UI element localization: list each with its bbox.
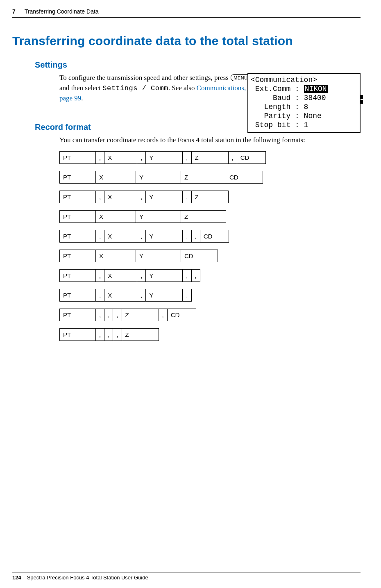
format-cell: , <box>183 191 191 203</box>
format-row: PT,,,Z <box>59 328 159 341</box>
lcd-row: Parity : None <box>251 111 357 120</box>
format-row: PT,X,Y,, <box>59 269 200 282</box>
header-rule <box>12 17 361 18</box>
format-cell: , <box>191 230 200 242</box>
format-cell: Y <box>146 191 183 203</box>
settings-text-2: and then select <box>59 84 102 92</box>
lcd-title: <Communication> <box>251 75 357 84</box>
format-cell: CD <box>181 250 218 262</box>
format-cell: CD <box>226 171 263 183</box>
format-row: PT,X,Y,Z <box>59 191 229 203</box>
format-cell: , <box>183 151 191 163</box>
format-cell: X <box>104 269 137 282</box>
format-cell: X <box>104 191 137 203</box>
format-cell: Z <box>181 171 226 183</box>
format-cell: Z <box>191 191 228 203</box>
format-cell: Y <box>136 171 181 183</box>
format-cell: X <box>96 250 136 262</box>
format-cell: Y <box>136 250 181 262</box>
chapter-number: 7 <box>12 8 16 15</box>
format-row: PTXYZCD <box>59 171 263 184</box>
settings-heading: Settings <box>35 60 361 70</box>
format-cell: Z <box>122 309 159 321</box>
format-tables: PT,X,Y,Z,CDPTXYZCDPT,X,Y,ZPTXYZPT,X,Y,,C… <box>59 151 361 341</box>
lcd-row: Stop bit : 1 <box>251 120 357 129</box>
settings-paragraph: To configure the transmission speed and … <box>59 73 260 104</box>
format-cell: , <box>96 151 104 163</box>
format-cell: , <box>104 328 113 341</box>
format-cell: PT <box>60 230 96 242</box>
format-cell: , <box>183 289 191 301</box>
format-cell: PT <box>60 191 96 203</box>
settings-path: Settings / Comm <box>102 84 168 92</box>
format-cell: Y <box>146 269 183 282</box>
lcd-row: Ext.Comm : NIKON <box>251 84 357 93</box>
format-cell: CD <box>200 230 229 242</box>
format-cell: PT <box>60 289 96 301</box>
format-cell: , <box>191 269 200 282</box>
format-cell: , <box>183 230 191 242</box>
format-cell: X <box>96 210 136 222</box>
format-cell: X <box>104 230 137 242</box>
book-title: Spectra Precision Focus 4 Total Station … <box>27 574 148 581</box>
lcd-battery-icon <box>361 95 363 105</box>
format-cell: Y <box>146 289 183 301</box>
format-row: PT,X,Y, <box>59 289 192 302</box>
format-row: PTXYZ <box>59 210 226 223</box>
format-cell: , <box>228 151 237 163</box>
format-cell: X <box>96 171 136 183</box>
format-cell: PT <box>60 309 96 321</box>
format-cell: , <box>137 191 146 203</box>
format-row: PT,,,Z,CD <box>59 309 196 321</box>
format-cell: PT <box>60 210 96 222</box>
format-cell: , <box>137 269 146 282</box>
format-cell: PT <box>60 328 96 341</box>
format-cell: , <box>104 309 113 321</box>
format-cell: , <box>96 269 104 282</box>
format-cell: PT <box>60 250 96 262</box>
format-cell: Z <box>122 328 159 341</box>
format-cell: , <box>137 289 146 301</box>
format-cell: X <box>104 289 137 301</box>
format-cell: PT <box>60 269 96 282</box>
running-header: 7Transferring Coordinate Data <box>12 8 361 19</box>
format-cell: Y <box>146 151 183 163</box>
format-cell: , <box>113 309 122 321</box>
format-cell: PT <box>60 151 96 163</box>
format-row: PT,X,Y,Z,CD <box>59 151 266 164</box>
section-title: Transferring coordinate data to the tota… <box>12 34 361 48</box>
format-cell: Z <box>181 210 226 222</box>
format-cell: , <box>96 230 104 242</box>
format-cell: , <box>137 151 146 163</box>
footer: 124Spectra Precision Focus 4 Total Stati… <box>12 572 361 581</box>
page-number: 124 <box>12 574 21 581</box>
settings-text-1: To configure the transmission speed and … <box>59 74 230 82</box>
settings-text-4: . <box>81 94 83 102</box>
format-cell: Z <box>191 151 228 163</box>
format-cell: , <box>183 269 191 282</box>
lcd-row: Length : 8 <box>251 102 357 111</box>
format-cell: , <box>96 191 104 203</box>
format-cell: PT <box>60 171 96 183</box>
format-row: PT,X,Y,,CD <box>59 230 229 243</box>
chapter-title: Transferring Coordinate Data <box>25 8 99 15</box>
lcd-screenshot: <Communication> Ext.Comm : NIKON Baud : … <box>247 73 361 133</box>
format-cell: , <box>96 309 104 321</box>
format-cell: Y <box>136 210 181 222</box>
format-cell: , <box>113 328 122 341</box>
format-cell: , <box>96 289 104 301</box>
record-format-intro: You can transfer coordinate records to t… <box>59 135 361 145</box>
format-cell: CD <box>167 309 196 321</box>
format-cell: Y <box>146 230 183 242</box>
format-cell: CD <box>237 151 265 163</box>
format-row: PTXYCD <box>59 250 218 262</box>
settings-text-3: . See also <box>168 84 197 92</box>
format-cell: , <box>159 309 167 321</box>
lcd-row: Baud : 38400 <box>251 93 357 102</box>
format-cell: , <box>137 230 146 242</box>
format-cell: X <box>104 151 137 163</box>
format-cell: , <box>96 328 104 341</box>
